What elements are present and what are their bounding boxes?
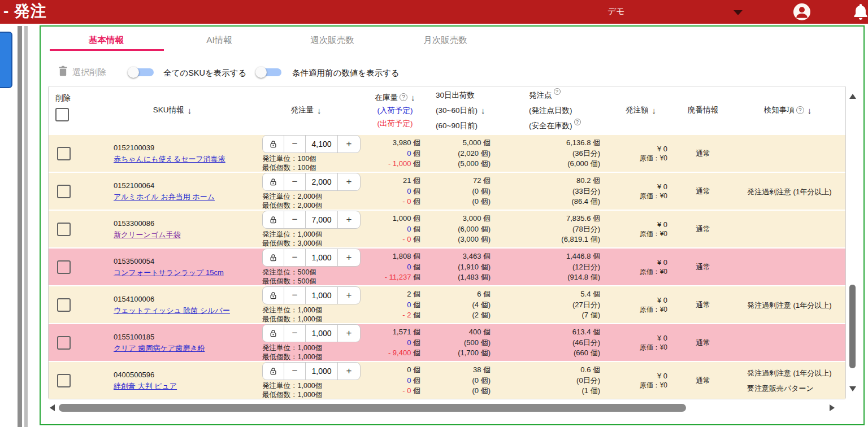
sort-desc-icon[interactable]: ↓: [481, 103, 485, 118]
col-sku-label[interactable]: SKU情報: [153, 105, 184, 115]
decrease-qty-button[interactable]: −: [284, 249, 306, 266]
decrease-qty-button[interactable]: −: [284, 136, 306, 152]
ship30-60-value: (500 個): [464, 338, 491, 348]
lock-button[interactable]: [263, 211, 284, 228]
horizontal-scrollbar-thumb[interactable]: [59, 404, 686, 412]
order-qty-value[interactable]: 1,000: [306, 363, 338, 380]
delete-selected-button[interactable]: 選択削除: [72, 67, 106, 78]
decrease-qty-button[interactable]: −: [284, 173, 306, 190]
help-icon[interactable]: ?: [400, 93, 407, 101]
increase-qty-button[interactable]: +: [338, 363, 360, 380]
alert-text: 発注過剰注意 (1年分以上): [747, 184, 832, 199]
increase-qty-button[interactable]: +: [338, 136, 360, 152]
decrease-qty-button[interactable]: −: [284, 211, 306, 228]
sort-desc-icon[interactable]: ↓: [652, 106, 657, 115]
sort-desc-icon[interactable]: ↓: [188, 106, 192, 115]
help-icon[interactable]: ?: [554, 88, 561, 95]
decrease-qty-button[interactable]: −: [284, 363, 306, 380]
stock-total: 2 個: [407, 289, 420, 300]
scroll-right-arrow[interactable]: [830, 404, 835, 411]
order-point-days-value: (27日分): [572, 300, 600, 311]
order-amount: ¥ 0: [657, 220, 667, 229]
row-checkbox[interactable]: [57, 260, 71, 274]
page-scrollbar-thumb[interactable]: [24, 26, 28, 427]
min-qty-label: 最低個数：1,000個: [262, 390, 322, 399]
lock-button[interactable]: [263, 325, 284, 342]
order-qty-stepper: − 1,000 +: [262, 362, 361, 380]
sort-desc-icon[interactable]: ↓: [411, 91, 415, 104]
tab-basic-info[interactable]: 基本情報: [50, 30, 163, 50]
decrease-qty-button[interactable]: −: [284, 325, 306, 342]
order-qty-value[interactable]: 7,000: [306, 211, 338, 228]
lock-button[interactable]: [263, 173, 284, 190]
ship30-60-value: (0 個): [472, 376, 491, 386]
sku-name-link[interactable]: 絆創膏 大判 ピュア: [114, 381, 177, 392]
help-icon[interactable]: ?: [574, 119, 581, 125]
increase-qty-button[interactable]: +: [338, 211, 360, 228]
col-order-qty-label[interactable]: 発注量: [291, 105, 314, 115]
increase-qty-button[interactable]: +: [338, 287, 360, 304]
sort-desc-icon[interactable]: ↓: [317, 106, 322, 115]
order-qty-value[interactable]: 1,000: [306, 325, 338, 342]
select-all-checkbox[interactable]: [55, 108, 69, 121]
row-checkbox[interactable]: [57, 374, 71, 387]
ship30-value: 5,000 個: [463, 138, 491, 149]
order-qty-value[interactable]: 1,000: [306, 287, 338, 304]
order-point-days-value: (46日分): [572, 338, 600, 348]
row-checkbox[interactable]: [57, 223, 71, 236]
row-checkbox[interactable]: [57, 298, 71, 312]
tab-ai-info[interactable]: AI情報: [163, 30, 276, 50]
increase-qty-button[interactable]: +: [338, 249, 360, 266]
lock-button[interactable]: [263, 249, 284, 266]
sku-name-link[interactable]: アルミホイル お弁当用 ホーム: [114, 191, 215, 203]
lock-button[interactable]: [263, 363, 284, 380]
row-checkbox[interactable]: [57, 147, 71, 160]
show-all-sku-label: 全てのSKUを表示する: [163, 68, 247, 79]
environment-label: デモ: [607, 6, 625, 17]
row-checkbox[interactable]: [57, 185, 71, 198]
sku-name-link[interactable]: ウェットティッシュ 除菌 シルバー: [114, 305, 230, 316]
user-avatar-icon[interactable]: [793, 3, 810, 20]
sku-name-link[interactable]: クリア 歯周病ケア歯磨き粉: [114, 343, 205, 354]
alerts-cell: [731, 324, 844, 361]
order-point-value: 0.6 個: [580, 365, 600, 376]
show-pre-condition-toggle[interactable]: [255, 65, 287, 80]
sku-name-link[interactable]: 新クリーンゴム手袋: [114, 229, 181, 241]
page-scrollbar-track[interactable]: [18, 26, 22, 427]
ship60-90-value: (2 個): [472, 310, 491, 321]
row-checkbox[interactable]: [57, 336, 71, 350]
help-icon[interactable]: ?: [796, 106, 804, 114]
chevron-down-icon[interactable]: [734, 10, 743, 15]
col-stock-label[interactable]: 在庫量: [375, 91, 398, 104]
order-qty-value[interactable]: 1,000: [306, 249, 338, 266]
increase-qty-button[interactable]: +: [338, 325, 360, 342]
scroll-up-arrow[interactable]: [849, 94, 856, 99]
lock-button[interactable]: [263, 287, 284, 304]
tab-weekly-sales[interactable]: 週次販売数: [276, 30, 389, 50]
tab-monthly-sales[interactable]: 月次販売数: [389, 30, 502, 50]
show-all-sku-toggle[interactable]: [128, 65, 159, 80]
order-qty-value[interactable]: 4,100: [306, 136, 338, 152]
order-unit-label: 発注単位：500個: [262, 268, 316, 277]
scroll-down-arrow[interactable]: [849, 386, 856, 391]
order-qty-value[interactable]: 2,000: [306, 173, 338, 190]
side-panel-button[interactable]: [0, 32, 12, 88]
safety-stock-value: (1 個): [582, 386, 601, 396]
table-row: 0400500596 絆創膏 大判 ピュア − 1,000 + 発注単位：1,0…: [49, 361, 845, 399]
ship30-60-value: (6,000 個): [458, 224, 491, 235]
stock-outgoing: - 1,000 個: [388, 159, 420, 169]
decrease-qty-button[interactable]: −: [284, 287, 306, 304]
col-ship30-60-label[interactable]: (30~60日前): [436, 103, 478, 118]
sku-name-link[interactable]: 赤ちゃんにも使えるセーフ消毒液: [114, 154, 225, 165]
lock-button[interactable]: [263, 136, 284, 152]
safety-stock-value: (86.4 個): [571, 197, 600, 207]
notifications-bell-icon[interactable]: [851, 2, 868, 21]
col-amount-label[interactable]: 発注額: [626, 105, 649, 115]
col-alerts-label[interactable]: 検知事項: [764, 105, 795, 115]
sort-desc-icon[interactable]: ↓: [808, 106, 812, 115]
ship60-90-value: (5,000 個): [458, 159, 491, 169]
sku-name-link[interactable]: コンフォートサランラップ 15cm: [114, 267, 224, 278]
scroll-left-arrow[interactable]: [50, 404, 55, 411]
vertical-scrollbar-thumb[interactable]: [849, 285, 856, 368]
increase-qty-button[interactable]: +: [338, 173, 360, 190]
